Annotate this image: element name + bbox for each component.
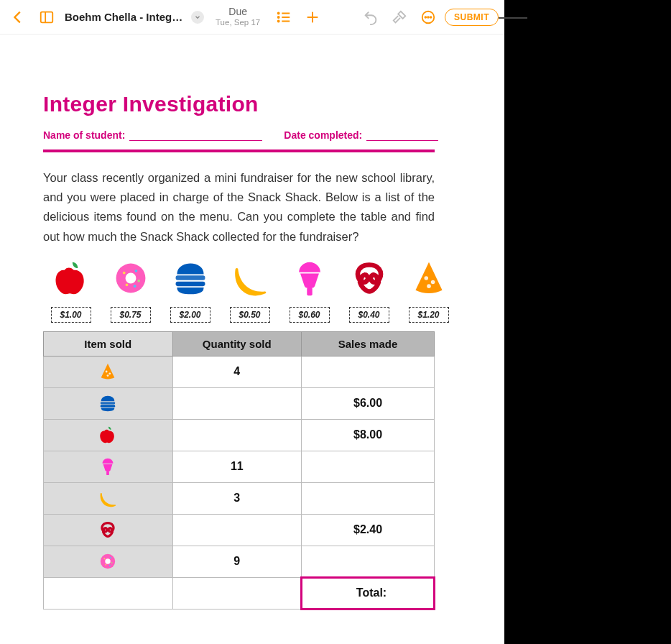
menu-item: $0.40 <box>341 259 397 323</box>
svg-point-26 <box>430 17 432 18</box>
svg-rect-13 <box>41 12 53 22</box>
due-date: Tue, Sep 17 <box>216 18 260 27</box>
price-box: $0.40 <box>349 307 389 323</box>
toolbar: Boehm Chella - Integers I... Due Tue, Se… <box>0 0 504 34</box>
cell-item <box>44 482 173 514</box>
menu-item: $1.20 <box>401 259 456 323</box>
pizza-icon <box>410 259 448 297</box>
cell-item <box>44 451 173 482</box>
instructions-paragraph: Your class recently organized a mini fun… <box>43 168 435 247</box>
burger-icon <box>172 259 209 297</box>
cell-sales[interactable]: $6.00 <box>302 387 435 419</box>
table-row: 3 <box>44 482 435 514</box>
name-label: Name of student: <box>43 129 125 141</box>
cell-sales[interactable]: $2.40 <box>302 514 435 546</box>
callout-line <box>499 17 527 19</box>
icecream-icon <box>291 259 328 297</box>
price-box: $0.60 <box>290 307 330 323</box>
gavel-icon[interactable] <box>387 5 412 29</box>
student-info-row: Name of student: Date completed: <box>43 129 461 141</box>
submit-button[interactable]: SUBMIT <box>445 9 499 26</box>
menu-items-row: $1.00$0.75$2.00$0.50$0.60$0.40$1.20 <box>43 259 461 323</box>
table-header-row: Item sold Quantity sold Sales made <box>44 331 435 356</box>
cell-qty[interactable] <box>172 514 302 546</box>
divider <box>43 150 435 152</box>
pizza-icon <box>98 362 117 381</box>
donut-icon <box>112 259 149 297</box>
due-date-display: Due Tue, Sep 17 <box>216 6 260 27</box>
table-row: $8.00 <box>44 419 435 451</box>
cell-qty[interactable]: 11 <box>172 451 302 482</box>
cell-sales[interactable] <box>302 546 435 577</box>
document-title-dropdown[interactable]: Boehm Chella - Integers I... <box>65 11 204 24</box>
svg-point-15 <box>278 12 279 14</box>
donut-icon <box>98 552 117 571</box>
price-box: $0.50 <box>230 307 270 323</box>
apple-icon <box>52 259 90 297</box>
worksheet-page: Integer Investigation Name of student: D… <box>0 34 504 624</box>
cell-item <box>44 356 173 387</box>
add-button[interactable] <box>300 5 325 29</box>
price-box: $2.00 <box>170 307 210 323</box>
table-row: 4 <box>44 356 435 387</box>
price-box: $0.75 <box>111 307 151 323</box>
col-item: Item sold <box>44 331 173 356</box>
sidebar-toggle-button[interactable] <box>34 5 59 29</box>
app-window: Boehm Chella - Integers I... Due Tue, Se… <box>0 0 504 644</box>
more-button[interactable] <box>416 5 440 29</box>
menu-item: $0.50 <box>222 259 277 323</box>
banana-icon <box>231 259 269 297</box>
menu-item: $0.60 <box>282 259 337 323</box>
cell-sales[interactable] <box>302 482 435 514</box>
table-total-row: Total: <box>44 577 435 609</box>
date-blank[interactable] <box>366 131 438 141</box>
apple-icon <box>98 426 117 444</box>
undo-button[interactable] <box>358 5 383 29</box>
table-row: 9 <box>44 546 435 577</box>
due-label: Due <box>216 6 260 17</box>
cell-item <box>44 419 173 451</box>
cell-sales[interactable] <box>302 356 435 387</box>
col-sales: Sales made <box>302 331 435 356</box>
page-title: Integer Investigation <box>43 92 461 116</box>
cell-qty[interactable]: 3 <box>172 482 302 514</box>
document-title: Boehm Chella - Integers I... <box>65 11 187 23</box>
cell-item <box>44 514 173 546</box>
cell-empty <box>172 577 302 609</box>
cell-qty[interactable] <box>172 419 302 451</box>
svg-point-17 <box>278 20 279 22</box>
back-button[interactable] <box>6 5 30 29</box>
col-qty: Quantity sold <box>172 331 302 356</box>
name-blank[interactable] <box>129 131 262 141</box>
cell-qty[interactable] <box>172 387 302 419</box>
table-row: $2.40 <box>44 514 435 546</box>
cell-sales[interactable] <box>302 451 435 482</box>
date-label: Date completed: <box>284 129 362 141</box>
banana-icon <box>98 489 117 507</box>
price-box: $1.00 <box>51 307 91 323</box>
menu-item: $2.00 <box>162 259 218 323</box>
pretzel-icon <box>98 520 117 539</box>
cell-sales[interactable]: $8.00 <box>302 419 435 451</box>
menu-item: $1.00 <box>43 259 98 323</box>
date-field: Date completed: <box>284 129 438 141</box>
cell-qty[interactable]: 9 <box>172 546 302 577</box>
pretzel-icon <box>351 259 388 297</box>
burger-icon <box>98 394 117 413</box>
sales-table: Item sold Quantity sold Sales made 4$6.0… <box>43 331 435 610</box>
name-field: Name of student: <box>43 129 262 141</box>
menu-item: $0.75 <box>103 259 158 323</box>
cell-empty <box>44 577 173 609</box>
svg-point-25 <box>427 17 429 18</box>
price-box: $1.20 <box>409 307 449 323</box>
svg-point-24 <box>425 17 426 18</box>
cell-item <box>44 387 173 419</box>
chevron-down-icon <box>191 11 204 24</box>
table-row: $6.00 <box>44 387 435 419</box>
cell-total[interactable]: Total: <box>302 577 435 609</box>
svg-point-16 <box>278 17 279 18</box>
cell-qty[interactable]: 4 <box>172 356 302 387</box>
icecream-icon <box>98 457 117 476</box>
list-button[interactable] <box>272 5 296 29</box>
cell-item <box>44 546 173 577</box>
